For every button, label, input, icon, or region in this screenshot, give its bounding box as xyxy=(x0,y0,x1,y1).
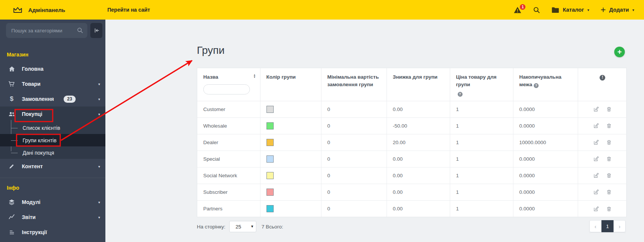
delete-button[interactable] xyxy=(606,139,612,145)
edit-button[interactable] xyxy=(593,139,599,145)
chevron-down-icon: ▾ xyxy=(98,215,100,219)
edit-button[interactable] xyxy=(593,106,599,112)
edit-button[interactable] xyxy=(593,206,599,212)
per-page-select[interactable]: 25 xyxy=(229,221,256,232)
chevron-down-icon: ▾ xyxy=(98,82,100,86)
sidebar-divider xyxy=(0,178,105,178)
sidebar-collapse-button[interactable] xyxy=(90,23,102,38)
chevron-down-icon: ▾ xyxy=(632,8,634,12)
table-row: Partners 0 0.00 1 0.0000 xyxy=(197,200,627,217)
chevron-down-icon: ▾ xyxy=(98,164,100,169)
main-content: Групи + Назва ▲▼ Колір групи Мінімальна … xyxy=(105,20,644,242)
edit-button[interactable] xyxy=(593,123,599,129)
notification-badge: 1 xyxy=(520,4,525,10)
info-icon: ! xyxy=(600,75,605,81)
page-current[interactable]: 1 xyxy=(601,220,614,232)
chevron-down-icon: ▾ xyxy=(98,97,100,101)
orders-count-badge: 23 xyxy=(64,96,75,103)
table-row: Special 0 0.00 1 0.0000 xyxy=(197,151,627,167)
line-chart-icon xyxy=(8,213,16,221)
edit-button[interactable] xyxy=(593,156,599,162)
section-label-store: Магазин xyxy=(0,52,105,58)
group-name: Partners xyxy=(197,200,260,217)
group-name: Wholesale xyxy=(197,117,260,134)
group-name: Subscriber xyxy=(197,184,260,200)
section-label-info: Інфо xyxy=(0,185,105,191)
group-name: Social Network xyxy=(197,167,260,184)
catalog-menu[interactable]: Каталог ▾ xyxy=(551,7,589,13)
pagination: ‹ 1 › xyxy=(589,220,626,232)
group-name: Customer xyxy=(197,101,260,117)
users-icon xyxy=(8,110,16,118)
table-row: Subscriber 0 0.00 1 0.0000 xyxy=(197,184,627,200)
sidebar-item-instructions[interactable]: Інструкції xyxy=(0,225,105,240)
crown-icon xyxy=(13,6,23,14)
notifications-button[interactable]: 1 xyxy=(513,6,522,14)
group-color-swatch xyxy=(266,139,274,146)
page-title: Групи xyxy=(197,44,225,56)
help-icon[interactable]: ? xyxy=(458,92,463,97)
group-color-swatch xyxy=(266,122,274,129)
sidebar-item-modules[interactable]: Модулі ▾ xyxy=(0,195,105,210)
delete-button[interactable] xyxy=(606,189,612,195)
delete-button[interactable] xyxy=(606,206,612,212)
group-name: Special xyxy=(197,151,260,167)
table-row: Customer 0 0.00 1 0.0000 xyxy=(197,101,627,117)
sidebar-subitem-customer-groups[interactable]: Групи клієнтів xyxy=(0,134,105,146)
sidebar-subitem-customer-data[interactable]: Дані покупця xyxy=(0,146,105,159)
edit-button[interactable] xyxy=(593,189,599,195)
sidebar-item-customers[interactable]: Покупці ▾ xyxy=(0,107,105,122)
per-page-label: На сторінку: xyxy=(197,224,225,230)
group-color-swatch xyxy=(266,106,274,113)
column-header-limit: Накопичувальна межа? xyxy=(513,68,578,101)
cart-icon xyxy=(8,80,16,88)
group-color-swatch xyxy=(266,189,274,196)
delete-button[interactable] xyxy=(606,123,612,129)
sidebar-item-orders[interactable]: $ Замовлення 23 ▾ xyxy=(0,91,105,107)
list-icon xyxy=(8,229,16,236)
search-icon xyxy=(77,27,83,35)
name-filter-input[interactable] xyxy=(203,84,250,94)
help-icon[interactable]: ? xyxy=(534,83,539,88)
chevron-down-icon: ▾ xyxy=(98,200,100,204)
group-name: Dealer xyxy=(197,134,260,151)
table-row: Wholesale 0 -50.00 1 0.0000 xyxy=(197,117,627,134)
group-color-swatch xyxy=(266,205,274,212)
edit-button[interactable] xyxy=(593,172,599,178)
page-prev-button[interactable]: ‹ xyxy=(589,220,601,232)
page-next-button[interactable]: › xyxy=(614,220,626,232)
pencil-icon xyxy=(8,163,16,170)
sidebar-subitem-customer-list[interactable]: Список клієнтів xyxy=(0,122,105,134)
add-group-button[interactable]: + xyxy=(614,47,625,57)
home-icon xyxy=(8,65,16,73)
column-header-price: Ціна товару для групи ? xyxy=(450,68,513,101)
delete-button[interactable] xyxy=(606,156,612,162)
go-to-site-link[interactable]: Перейти на сайт xyxy=(107,7,150,13)
sidebar-item-products[interactable]: Товари ▾ xyxy=(0,76,105,91)
column-header-color: Колір групи xyxy=(260,68,321,101)
topbar: Адмінпанель Перейти на сайт 1 Каталог ▾ … xyxy=(0,0,644,20)
add-menu[interactable]: + Додати ▾ xyxy=(600,6,634,14)
delete-button[interactable] xyxy=(606,172,612,178)
table-row: Dealer 0 20.00 1 10000.0000 xyxy=(197,134,627,151)
chevron-up-icon: ▾ xyxy=(98,112,100,116)
column-header-actions: ! xyxy=(578,68,627,101)
sort-icon: ▲▼ xyxy=(253,74,256,78)
sidebar: Магазин Головна Товари ▾ $ Замовлення 23… xyxy=(0,20,105,242)
category-search-input[interactable] xyxy=(6,23,87,38)
brand-title: Адмінпанель xyxy=(28,7,65,13)
sidebar-item-content[interactable]: Контент ▾ xyxy=(0,159,105,174)
column-header-name[interactable]: Назва ▲▼ xyxy=(197,68,260,101)
plus-icon: + xyxy=(600,6,606,14)
group-color-swatch xyxy=(266,155,274,163)
delete-button[interactable] xyxy=(606,106,612,112)
group-color-swatch xyxy=(266,172,274,179)
sidebar-item-reports[interactable]: Звіти ▾ xyxy=(0,210,105,225)
groups-table: Назва ▲▼ Колір групи Мінімальна вартість… xyxy=(197,68,627,217)
search-button[interactable] xyxy=(533,6,540,14)
add-label: Додати xyxy=(609,7,629,13)
table-row: Social Network 0 0.00 1 0.0000 xyxy=(197,167,627,184)
sidebar-item-home[interactable]: Головна xyxy=(0,61,105,76)
collapse-icon xyxy=(93,27,100,34)
total-count: 7 Всього: xyxy=(262,224,283,230)
